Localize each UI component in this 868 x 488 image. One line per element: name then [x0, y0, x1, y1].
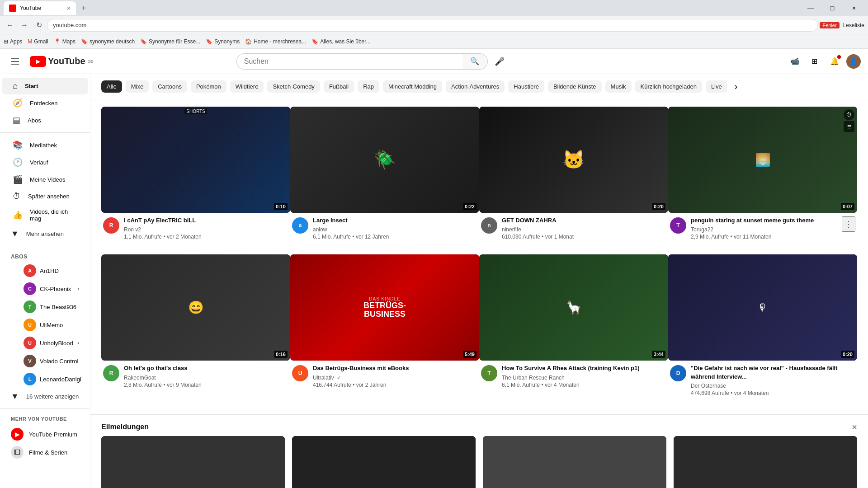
notification-badge — [837, 55, 841, 59]
sidebar-show-more-subs[interactable]: ▼ 16 weitere anzeigen — [0, 388, 90, 405]
sidebar-home-label: Start — [25, 83, 38, 89]
sidebar-sub-ulilimemo[interactable]: U UliMemo — [0, 316, 90, 334]
sidebar-show-more-library[interactable]: ▼ Mehr ansehen — [0, 225, 90, 242]
video-channel-v7: The Urban Rescue Ranch — [502, 375, 666, 381]
video-meta-v6: 416.744 Aufrufe • vor 2 Jahren — [313, 382, 477, 388]
minimize-button[interactable]: — — [800, 1, 821, 15]
bookmark-alles[interactable]: 🔖 Alles, was Sie über... — [311, 38, 370, 45]
maximize-button[interactable]: □ — [822, 1, 843, 15]
video-channel-v6: Ultralativ ✓ — [313, 375, 477, 381]
sidebar-item-liked[interactable]: 👍 Videos, die ich mag — [2, 205, 88, 225]
sidebar-sub-leonardodanigi[interactable]: L LeonardoDanigi — [0, 370, 90, 388]
filter-chip-rap[interactable]: Rap — [358, 80, 379, 93]
bookmark-synonyme2[interactable]: 🔖 Synonyme für Esse... — [140, 38, 200, 45]
bottom-video-3[interactable] — [483, 436, 666, 488]
sidebar-sub-volado[interactable]: V Volado Control — [0, 352, 90, 370]
search-button[interactable]: 🔍 — [462, 53, 488, 70]
sidebar-item-my-videos[interactable]: 🎬 Meine Videos — [2, 171, 88, 188]
video-meta-v8: 474.698 Aufrufe • vor 4 Monaten — [691, 390, 855, 396]
refresh-button[interactable]: ↻ — [33, 19, 45, 32]
filter-chip-minecraft[interactable]: Minecraft Modding — [383, 80, 442, 93]
library-icon: 📚 — [13, 140, 23, 150]
bookmark-icon: 🔖 — [81, 38, 88, 45]
sidebar-item-history[interactable]: 🕐 Verlauf — [2, 154, 88, 171]
video-card-v8[interactable]: 🎙 0:20 D "Die Gefahr ist nach wie vor re… — [668, 254, 857, 396]
apps-grid-button[interactable]: ⊞ — [807, 53, 823, 70]
filter-chip-soccer[interactable]: Fußball — [324, 80, 354, 93]
reading-list-button[interactable]: Leseliste — [843, 22, 864, 28]
video-details-v4: penguin staring at sunset meme guts them… — [691, 216, 837, 240]
filter-chip-arts[interactable]: Bildende Künste — [548, 80, 602, 93]
create-video-button[interactable]: 📹 — [787, 53, 803, 70]
bookmark-synonyms[interactable]: 🔖 Synonyms — [206, 38, 240, 45]
bookmark-synonyme[interactable]: 🔖 synonyme deutsch — [81, 38, 135, 45]
filter-chip-action[interactable]: Action-Adventures — [446, 80, 505, 93]
sidebar-toggle-button[interactable] — [7, 55, 23, 68]
youtube-logo-text: YouTube — [48, 56, 85, 66]
sidebar-sub-ckphoenix[interactable]: C CK-Phoenix • — [0, 280, 90, 298]
video-card-v4[interactable]: 🌅 0:07 ⏱ ☰ T penguin staring at sunset m… — [668, 107, 857, 240]
channel-avatar-unholyblood: U — [24, 337, 36, 349]
filter-chip-cartoons[interactable]: Cartoons — [152, 80, 187, 93]
filter-chip-all[interactable]: Alle — [101, 80, 122, 93]
video-title-v1: i cAnT pAy ElecTRiC biLL — [124, 216, 288, 225]
video-card-v7[interactable]: 🦙 3:44 T How To Survive A Rhea Attack (t… — [479, 254, 668, 396]
bookmark-home[interactable]: 🏠 Home - merchresea... — [245, 38, 306, 45]
bottom-video-4[interactable] — [674, 436, 857, 488]
bookmark-gmail[interactable]: M Gmail — [28, 38, 48, 45]
video-title-v4: penguin staring at sunset meme guts them… — [691, 216, 837, 225]
bottom-video-1[interactable] — [101, 436, 285, 488]
filter-chip-live[interactable]: Live — [706, 80, 727, 93]
tab-title: YouTube — [20, 5, 41, 11]
voice-search-button[interactable]: 🎤 — [491, 53, 508, 70]
profile-button[interactable]: 👤 — [846, 54, 861, 69]
sidebar-item-subscriptions[interactable]: ▤ Abos — [2, 112, 88, 129]
subscriptions-icon: ▤ — [13, 115, 20, 125]
video-card-v1[interactable]: SHORTS 0:10 R i cAnT pAy ElecTRiC biLL R… — [101, 107, 290, 240]
video-card-v3[interactable]: 🐱 0:20 n GET DOWN ZAHRA ninerfife 610.03… — [479, 107, 668, 240]
video-card-v2[interactable]: 🪲 0:22 a Large Insect aniow 6,1 Mio. Auf… — [290, 107, 479, 240]
video-meta-v1: 1,1 Mio. Aufrufe • vor 2 Monaten — [124, 234, 288, 240]
browser-tab[interactable]: YouTube × — [4, 1, 76, 15]
filter-chip-wildlife[interactable]: Wildtiere — [230, 80, 264, 93]
video-card-v5[interactable]: 😄 0:16 R Oh let's go that's class Rakeem… — [101, 254, 290, 396]
video-duration-v6: 5:49 — [463, 351, 476, 358]
bottom-video-2[interactable] — [292, 436, 476, 488]
youtube-header: YouTube DE 🔍 🎤 📹 ⊞ 🔔 👤 — [0, 49, 868, 74]
filter-chip-mixes[interactable]: Mixe — [126, 80, 149, 93]
forward-button[interactable]: → — [18, 19, 31, 32]
tab-close-btn[interactable]: × — [67, 5, 71, 12]
filter-chip-pets[interactable]: Haustiere — [508, 80, 544, 93]
video-info-v5: R Oh let's go that's class RakeemGoat 2,… — [101, 364, 290, 388]
filter-chip-recent[interactable]: Kürzlich hochgeladen — [635, 80, 702, 93]
filter-chip-sketch[interactable]: Sketch-Comedy — [267, 80, 320, 93]
sidebar-item-yt-premium[interactable]: ▶ YouTube Premium — [11, 425, 79, 443]
close-window-button[interactable]: × — [844, 1, 864, 15]
eilmeldungen-close-button[interactable]: × — [852, 422, 857, 432]
youtube-logo[interactable]: YouTube DE — [30, 56, 93, 67]
filter-chip-music[interactable]: Musik — [605, 80, 632, 93]
channel-badge-unholyblood: • — [77, 340, 79, 346]
bookmark-maps[interactable]: 📍 Maps — [54, 38, 75, 45]
sidebar-sub-ari1hd[interactable]: A Ari1HD — [0, 262, 90, 280]
back-button[interactable]: ← — [4, 19, 16, 32]
sidebar-sub-beast936[interactable]: T The Beast936 — [0, 298, 90, 316]
bookmarks-bar: ⊞ Apps M Gmail 📍 Maps 🔖 synonyme deutsch… — [0, 34, 868, 49]
video-thumbnail-v4: 🌅 0:07 ⏱ ☰ — [668, 107, 857, 213]
sidebar-item-explore[interactable]: 🧭 Entdecken — [2, 94, 88, 112]
video-card-v6[interactable]: DAS KINDLE BETRÜGS-BUSINESS 5:49 U Das B… — [290, 254, 479, 396]
filter-next-button[interactable]: › — [731, 80, 741, 94]
sidebar-item-library[interactable]: 📚 Mediathek — [2, 136, 88, 154]
search-input[interactable] — [236, 53, 462, 70]
sidebar-item-home[interactable]: ⌂ Start — [2, 78, 88, 94]
address-bar[interactable]: youtube.com — [47, 19, 818, 32]
new-tab-button[interactable]: + — [80, 2, 88, 15]
bookmark-label: synonyme deutsch — [90, 38, 135, 45]
sidebar-sub-unholyblood[interactable]: U UnholyBlood • — [0, 334, 90, 352]
filter-chip-pokemon[interactable]: Pokémon — [191, 80, 226, 93]
bookmark-apps[interactable]: ⊞ Apps — [4, 38, 22, 45]
sidebar-item-watch-later[interactable]: ⏱ Später ansehen — [2, 188, 88, 205]
sidebar-item-films-series[interactable]: 🎞 Filme & Serien — [11, 443, 79, 461]
channel-avatar-v7: T — [481, 365, 497, 381]
video-menu-button-v4[interactable]: ⋮ — [842, 216, 855, 232]
